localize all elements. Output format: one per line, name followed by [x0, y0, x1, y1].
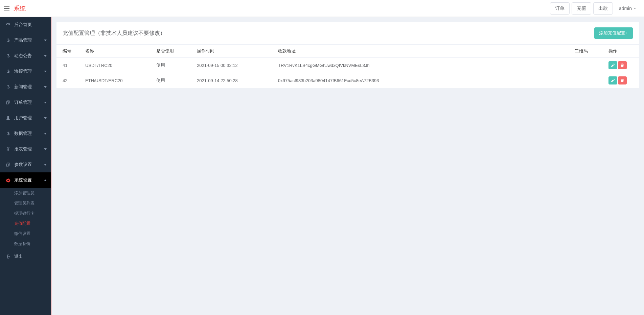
- pencil-icon: [611, 63, 615, 67]
- cell-id: 41: [56, 58, 82, 73]
- user-menu[interactable]: admin: [615, 3, 641, 14]
- cell-id: 42: [56, 73, 82, 88]
- sidebar: 后台首页产品管理动态公告海报管理新闻管理订单管理用户管理数据管理报表管理参数设置…: [0, 17, 51, 315]
- sidebar-item-label: 系统设置: [14, 177, 32, 183]
- bitcoin-icon: [5, 69, 11, 74]
- submenu: 添加管理员管理员列表提现银行卡充值配置微信设置数据备份: [0, 188, 51, 249]
- cell-name: ETH/USDT/ERC20: [82, 73, 153, 88]
- menu-toggle-button[interactable]: [0, 0, 14, 17]
- cell-usage: 使用: [153, 73, 193, 88]
- submenu-item-2[interactable]: 提现银行卡: [0, 208, 51, 218]
- sidebar-item-label: 报表管理: [14, 146, 32, 152]
- page-title: 充值配置管理（非技术人员建议不要修改）: [63, 30, 165, 37]
- add-config-button[interactable]: 添加充值配置+: [594, 27, 633, 39]
- sidebar-item-label: 海报管理: [14, 68, 32, 74]
- logout-icon: [5, 254, 11, 259]
- sidebar-item-6[interactable]: 用户管理: [0, 110, 51, 126]
- bars-icon: [3, 5, 10, 12]
- user-icon: [5, 116, 11, 120]
- sidebar-item-label: 参数设置: [14, 162, 32, 168]
- sidebar-item-label: 动态公告: [14, 53, 32, 59]
- cell-time: 2021-09-15 00:32:12: [193, 58, 275, 73]
- header-right: 订单 充值 出款 admin: [550, 2, 641, 15]
- edit-button[interactable]: [608, 76, 617, 84]
- submenu-item-4[interactable]: 微信设置: [0, 228, 51, 239]
- header-recharge-button[interactable]: 充值: [572, 2, 591, 15]
- delete-button[interactable]: [618, 76, 627, 84]
- copy-icon: [5, 100, 11, 105]
- cell-name: USDT/TRC20: [82, 58, 153, 73]
- submenu-item-5[interactable]: 数据备份: [0, 239, 51, 249]
- col-name: 名称: [82, 45, 153, 58]
- sidebar-item-label: 退出: [14, 253, 23, 260]
- layout: 后台首页产品管理动态公告海报管理新闻管理订单管理用户管理数据管理报表管理参数设置…: [0, 17, 644, 315]
- brand-title: 系统: [14, 4, 26, 13]
- copy-icon: [5, 162, 11, 167]
- table-row: 41USDT/TRC20使用2021-09-15 00:32:12TRV1RvK…: [56, 58, 639, 73]
- bitcoin-icon: [5, 53, 11, 58]
- col-qr: 二维码: [571, 45, 605, 58]
- bitcoin-icon: [5, 84, 11, 89]
- panel-header: 充值配置管理（非技术人员建议不要修改） 添加充值配置+: [56, 22, 639, 45]
- sidebar-item-10[interactable]: 系统设置: [0, 172, 51, 188]
- sidebar-item-4[interactable]: 新闻管理: [0, 79, 51, 95]
- bitcoin-icon: [5, 38, 11, 43]
- gears-icon: [5, 178, 11, 183]
- header-orders-button[interactable]: 订单: [550, 2, 570, 15]
- col-actions: 操作: [605, 45, 639, 58]
- sidebar-item-11[interactable]: 退出: [0, 249, 51, 264]
- table-header-row: 编号 名称 是否使用 操作时间 收款地址 二维码 操作: [56, 45, 639, 58]
- submenu-item-1[interactable]: 管理员列表: [0, 198, 51, 208]
- sidebar-item-0[interactable]: 后台首页: [0, 17, 51, 32]
- dashboard-icon: [5, 22, 11, 27]
- cell-time: 2021-09-14 22:50:28: [193, 73, 275, 88]
- sidebar-item-label: 后台首页: [14, 22, 32, 28]
- cell-usage: 使用: [153, 58, 193, 73]
- cell-actions: [605, 73, 639, 88]
- user-name: admin: [619, 6, 632, 11]
- sidebar-item-9[interactable]: 参数设置: [0, 157, 51, 172]
- table-body: 41USDT/TRC20使用2021-09-15 00:32:12TRV1RvK…: [56, 58, 639, 88]
- main-content: 充值配置管理（非技术人员建议不要修改） 添加充值配置+ 编号 名称 是否使用 操…: [51, 17, 644, 315]
- submenu-item-0[interactable]: 添加管理员: [0, 188, 51, 198]
- sidebar-item-label: 新闻管理: [14, 84, 32, 90]
- cell-address: 0x975acf983b203a9804147fB661Fcd5c8eA72B3…: [275, 73, 571, 88]
- sidebar-item-label: 订单管理: [14, 99, 32, 105]
- sidebar-item-label: 数据管理: [14, 130, 32, 137]
- header-withdraw-button[interactable]: 出款: [593, 2, 613, 15]
- bitcoin-icon: [5, 131, 11, 136]
- cell-qr: [571, 58, 605, 73]
- delete-button[interactable]: [618, 61, 627, 69]
- sidebar-item-5[interactable]: 订单管理: [0, 95, 51, 110]
- top-header: 系统 订单 充值 出款 admin: [0, 0, 644, 17]
- sidebar-item-2[interactable]: 动态公告: [0, 48, 51, 64]
- table-row: 42ETH/USDT/ERC20使用2021-09-14 22:50:280x9…: [56, 73, 639, 88]
- trash-icon: [620, 63, 624, 67]
- col-time: 操作时间: [193, 45, 275, 58]
- pencil-icon: [611, 78, 615, 82]
- sidebar-item-label: 产品管理: [14, 37, 32, 43]
- col-address: 收款地址: [275, 45, 571, 58]
- panel: 充值配置管理（非技术人员建议不要修改） 添加充值配置+ 编号 名称 是否使用 操…: [56, 22, 639, 88]
- sidebar-item-8[interactable]: 报表管理: [0, 141, 51, 157]
- col-usage: 是否使用: [153, 45, 193, 58]
- edit-button[interactable]: [608, 61, 617, 69]
- yen-icon: [5, 147, 11, 151]
- sidebar-item-3[interactable]: 海报管理: [0, 64, 51, 79]
- cell-address: TRV1RvK1LS4cgGMGhJwdxQfVkNVMEsL3Jh: [275, 58, 571, 73]
- submenu-item-3[interactable]: 充值配置: [0, 218, 51, 228]
- header-left: 系统: [0, 0, 26, 17]
- chevron-down-icon: [633, 6, 637, 11]
- cell-qr: [571, 73, 605, 88]
- sidebar-item-label: 用户管理: [14, 115, 32, 121]
- config-table: 编号 名称 是否使用 操作时间 收款地址 二维码 操作 41USDT/TRC20…: [56, 45, 639, 88]
- col-id: 编号: [56, 45, 82, 58]
- sidebar-item-7[interactable]: 数据管理: [0, 126, 51, 141]
- trash-icon: [620, 78, 624, 82]
- cell-actions: [605, 58, 639, 73]
- sidebar-item-1[interactable]: 产品管理: [0, 32, 51, 48]
